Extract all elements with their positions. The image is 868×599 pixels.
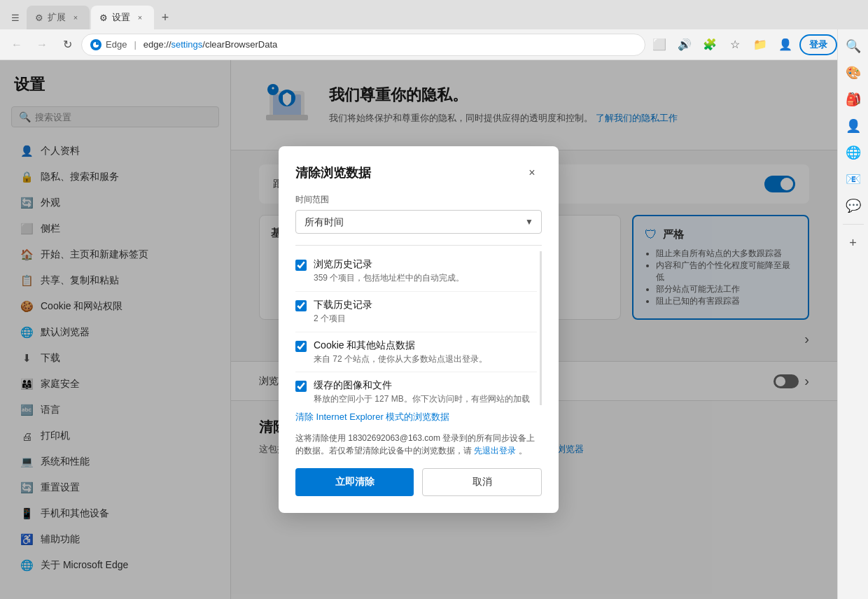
address-bar[interactable]: Edge | edge://settings/clearBrowserData — [81, 34, 645, 56]
sidebar-search-icon[interactable]: 🔍 — [842, 35, 864, 57]
new-tab-button[interactable]: + — [155, 8, 175, 27]
tab-settings-icon: ⚙ — [99, 13, 108, 23]
tab-extensions-label: 扩展 — [48, 11, 66, 24]
sidebar-divider — [843, 224, 864, 225]
sidebar-teams-icon[interactable]: 💬 — [842, 195, 864, 217]
clear-cache-checkbox[interactable] — [295, 381, 307, 392]
clear-cache-desc: 释放的空间小于 127 MB。你下次访问时，有些网站的加载 — [314, 393, 537, 405]
sidebar-add-icon[interactable]: + — [842, 232, 864, 254]
clear-history-desc: 359 个项目，包括地址栏中的自动完成。 — [314, 272, 537, 284]
clear-history-checkbox[interactable] — [295, 260, 307, 271]
tab-extensions[interactable]: ⚙ 扩展 × — [27, 6, 90, 29]
cancel-button[interactable]: 取消 — [422, 468, 542, 496]
clear-cookies-content: Cookie 和其他站点数据 来自 72 个站点，使你从大多数站点退出登录。 — [314, 339, 537, 365]
dialog-title: 清除浏览数据 — [295, 164, 371, 181]
dialog-title-bar: 清除浏览数据 × — [295, 163, 542, 183]
address-sep: | — [134, 39, 136, 50]
sync-note: 这将清除使用 18302692063@163.com 登录到的所有同步设备上的数… — [295, 432, 542, 457]
sidebar-outlook-icon[interactable]: 📧 — [842, 168, 864, 190]
clear-downloads-content: 下载历史记录 2 个项目 — [314, 299, 537, 325]
clear-item-cookies: Cookie 和其他站点数据 来自 72 个站点，使你从大多数站点退出登录。 — [295, 332, 537, 373]
sidebar-persona-icon[interactable]: 👤 — [842, 115, 864, 137]
clear-history-title: 浏览历史记录 — [314, 258, 537, 271]
clear-item-history: 浏览历史记录 359 个项目，包括地址栏中的自动完成。 — [295, 251, 537, 292]
tab-bar: ☰ ⚙ 扩展 × ⚙ 设置 × + — [0, 0, 868, 29]
nav-bar: ← → ↻ Edge | edge://settings/clearBrowse… — [0, 29, 868, 60]
split-screen-button[interactable]: ⬜ — [648, 34, 671, 56]
browser-sidebar: 🔍 🎨 🎒 👤 🌐 📧 💬 + — [837, 29, 868, 599]
clear-now-button[interactable]: 立即清除 — [295, 468, 414, 496]
tab-extensions-icon: ⚙ — [35, 13, 43, 23]
sync-logout-link[interactable]: 先退出登录 — [474, 446, 516, 456]
clear-item-downloads: 下载历史记录 2 个项目 — [295, 292, 537, 332]
sidebar-edge-icon[interactable]: 🌐 — [842, 141, 864, 164]
clear-items-list: 浏览历史记录 359 个项目，包括地址栏中的自动完成。 下载历史记录 2 个项目 — [295, 251, 542, 405]
clear-downloads-desc: 2 个项目 — [314, 313, 537, 325]
time-range-label: 时间范围 — [295, 194, 542, 206]
nav-actions: ⬜ 🔊 🧩 ☆ 📁 👤 登录 ⋯ — [648, 34, 862, 56]
login-button[interactable]: 登录 — [799, 34, 837, 55]
clear-cache-title: 缓存的图像和文件 — [314, 379, 537, 392]
clear-downloads-title: 下载历史记录 — [314, 299, 537, 311]
clear-cookies-desc: 来自 72 个站点，使你从大多数站点退出登录。 — [314, 353, 537, 365]
tab-extensions-close[interactable]: × — [70, 12, 81, 23]
tab-settings[interactable]: ⚙ 设置 × — [91, 6, 154, 29]
refresh-button[interactable]: ↻ — [56, 34, 78, 56]
ie-mode-link[interactable]: 清除 Internet Explorer 模式的浏览数据 — [295, 411, 542, 423]
address-brand: Edge — [106, 39, 127, 50]
tab-settings-close[interactable]: × — [134, 12, 146, 23]
sidebar-tools-icon[interactable]: 🎒 — [842, 88, 864, 111]
back-button[interactable]: ← — [6, 34, 28, 56]
sidebar-art-icon[interactable]: 🎨 — [842, 62, 864, 84]
time-range-selector[interactable]: 上一小时 过去 24 小时 过去 7 天 过去 4 周 所有时间 ▼ — [295, 210, 542, 234]
clear-cookies-title: Cookie 和其他站点数据 — [314, 339, 537, 352]
dialog-divider — [295, 245, 542, 246]
collections-button[interactable]: 📁 — [749, 34, 771, 56]
extensions-button[interactable]: 🧩 — [699, 34, 721, 56]
browser-menu-btn[interactable]: ☰ — [6, 8, 25, 27]
tab-settings-label: 设置 — [112, 11, 130, 24]
address-url: edge://settings/clearBrowserData — [144, 39, 278, 50]
sync-note-end: 。 — [519, 446, 527, 456]
dialog-actions: 立即清除 取消 — [295, 468, 542, 496]
profile-button[interactable]: 👤 — [774, 34, 797, 56]
clear-cookies-checkbox[interactable] — [295, 341, 307, 352]
clear-item-cache: 缓存的图像和文件 释放的空间小于 127 MB。你下次访问时，有些网站的加载 — [295, 372, 537, 405]
time-range-select[interactable]: 上一小时 过去 24 小时 过去 7 天 过去 4 周 所有时间 — [295, 210, 542, 234]
clear-history-content: 浏览历史记录 359 个项目，包括地址栏中的自动完成。 — [314, 258, 537, 284]
favicon — [90, 39, 102, 50]
favorites-button[interactable]: ☆ — [724, 34, 746, 56]
clear-downloads-checkbox[interactable] — [295, 300, 307, 311]
clear-cache-content: 缓存的图像和文件 释放的空间小于 127 MB。你下次访问时，有些网站的加载 — [314, 379, 537, 405]
clear-data-dialog: 清除浏览数据 × 时间范围 上一小时 过去 24 小时 过去 7 天 过去 4 … — [279, 146, 559, 513]
read-aloud-button[interactable]: 🔊 — [673, 34, 696, 56]
dialog-close-button[interactable]: × — [522, 163, 542, 183]
dialog-overlay: 清除浏览数据 × 时间范围 上一小时 过去 24 小时 过去 7 天 过去 4 … — [0, 60, 837, 599]
forward-button[interactable]: → — [31, 34, 53, 56]
